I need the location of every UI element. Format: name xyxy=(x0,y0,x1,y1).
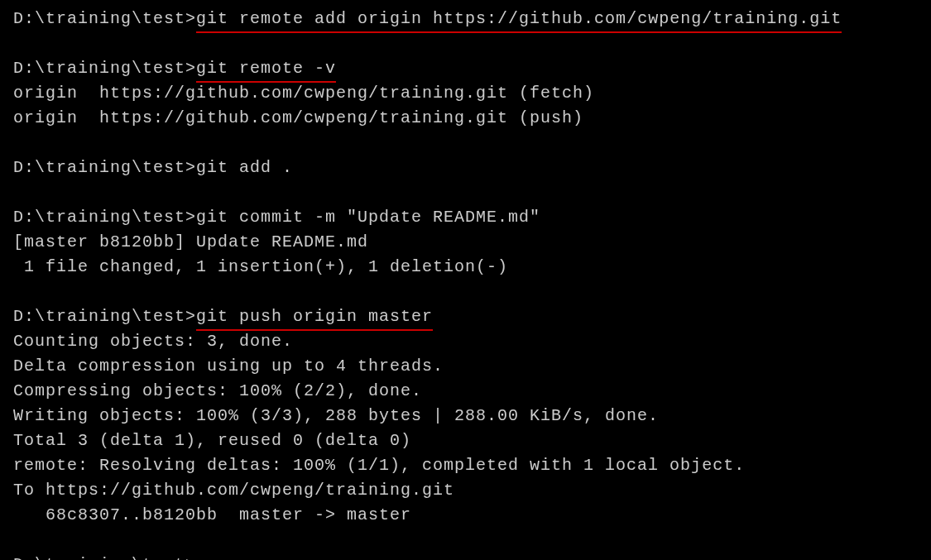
git-remote-add-cmd: git remote add origin https://github.com… xyxy=(196,7,842,31)
blank-line xyxy=(13,131,918,156)
prompt: D:\training\test> xyxy=(13,208,196,227)
output-line: Compressing objects: 100% (2/2), done. xyxy=(13,379,918,404)
command-line[interactable]: D:\training\test> xyxy=(13,553,918,560)
git-add-cmd: git add . xyxy=(196,158,293,177)
output-line: remote: Resolving deltas: 100% (1/1), co… xyxy=(13,453,918,478)
terminal-output[interactable]: D:\training\test>git remote add origin h… xyxy=(13,7,918,560)
git-push-cmd: git push origin master xyxy=(196,304,433,329)
output-line: origin https://github.com/cwpeng/trainin… xyxy=(13,106,918,131)
command-line: D:\training\test>git add . xyxy=(13,156,918,180)
blank-line xyxy=(13,31,918,56)
output-line: origin https://github.com/cwpeng/trainin… xyxy=(13,81,918,106)
prompt: D:\training\test> xyxy=(13,9,196,28)
blank-line xyxy=(13,180,918,205)
command-line: D:\training\test>git remote -v xyxy=(13,56,918,81)
output-line: Total 3 (delta 1), reused 0 (delta 0) xyxy=(13,428,918,453)
command-line: D:\training\test>git remote add origin h… xyxy=(13,7,918,31)
git-remote-v-cmd: git remote -v xyxy=(196,56,336,81)
prompt: D:\training\test> xyxy=(13,307,196,326)
blank-line xyxy=(13,280,918,304)
prompt: D:\training\test> xyxy=(13,555,196,560)
blank-line xyxy=(13,528,918,553)
output-line: 1 file changed, 1 insertion(+), 1 deleti… xyxy=(13,255,918,280)
git-commit-cmd: git commit -m "Update README.md" xyxy=(196,208,540,227)
output-line: To https://github.com/cwpeng/training.gi… xyxy=(13,478,918,503)
prompt: D:\training\test> xyxy=(13,59,196,78)
output-line: Counting objects: 3, done. xyxy=(13,329,918,354)
command-line: D:\training\test>git commit -m "Update R… xyxy=(13,205,918,230)
output-line: 68c8307..b8120bb master -> master xyxy=(13,503,918,528)
output-line: Delta compression using up to 4 threads. xyxy=(13,354,918,379)
output-line: Writing objects: 100% (3/3), 288 bytes |… xyxy=(13,404,918,428)
prompt: D:\training\test> xyxy=(13,158,196,177)
command-line: D:\training\test>git push origin master xyxy=(13,304,918,329)
output-line: [master b8120bb] Update README.md xyxy=(13,230,918,255)
